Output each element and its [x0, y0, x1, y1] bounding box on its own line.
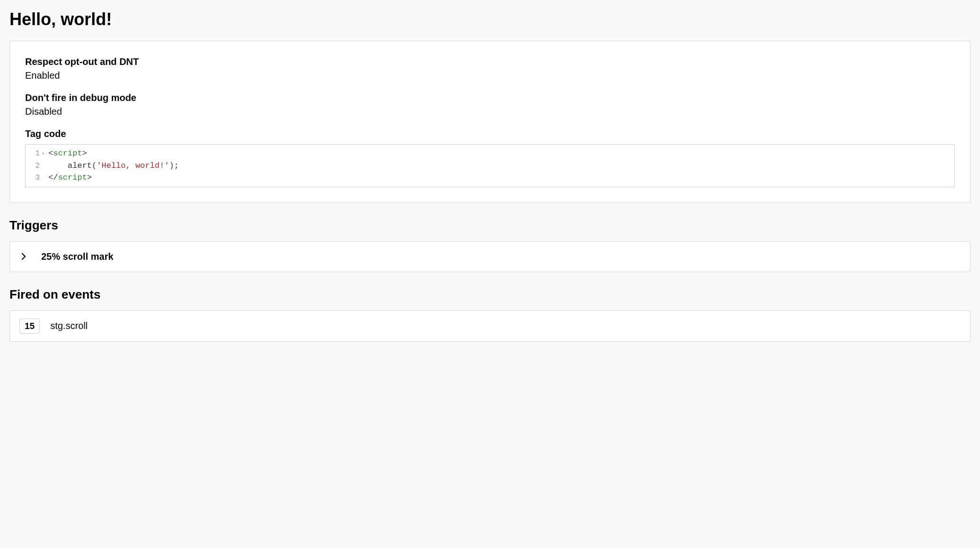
- triggers-heading: Triggers: [9, 218, 971, 233]
- code-line[interactable]: 3</script>: [26, 172, 954, 184]
- setting-value: Enabled: [25, 70, 955, 81]
- setting-value: Disabled: [25, 106, 955, 117]
- trigger-name: 25% scroll mark: [35, 251, 113, 262]
- setting-tag-code: Tag code 1▾<script>2 alert('Hello, world…: [25, 128, 955, 187]
- line-number: 2: [29, 160, 40, 172]
- setting-respect-optout: Respect opt-out and DNT Enabled: [25, 56, 955, 81]
- setting-label: Don't fire in debug mode: [25, 92, 955, 103]
- chevron-right-icon: [21, 253, 35, 260]
- code-line[interactable]: 2 alert('Hello, world!');: [26, 160, 954, 172]
- setting-debug-mode: Don't fire in debug mode Disabled: [25, 92, 955, 117]
- setting-label: Tag code: [25, 128, 955, 139]
- trigger-row[interactable]: 25% scroll mark: [9, 241, 971, 272]
- line-number: 1: [29, 148, 40, 159]
- settings-card: Respect opt-out and DNT Enabled Don't fi…: [9, 41, 971, 203]
- event-name: stg.scroll: [40, 320, 88, 331]
- line-number: 3: [29, 172, 40, 183]
- event-row[interactable]: 15stg.scroll: [9, 311, 971, 342]
- page-title: Hello, world!: [9, 9, 971, 29]
- setting-label: Respect opt-out and DNT: [25, 56, 955, 67]
- code-content[interactable]: <script>: [46, 147, 87, 160]
- event-count-badge: 15: [19, 319, 40, 334]
- code-editor[interactable]: 1▾<script>2 alert('Hello, world!');3</sc…: [25, 144, 955, 187]
- fold-icon[interactable]: ▾: [40, 150, 46, 157]
- code-line[interactable]: 1▾<script>: [26, 147, 954, 160]
- code-content[interactable]: alert('Hello, world!');: [46, 160, 179, 172]
- fired-events-heading: Fired on events: [9, 287, 971, 302]
- code-content[interactable]: </script>: [46, 172, 92, 184]
